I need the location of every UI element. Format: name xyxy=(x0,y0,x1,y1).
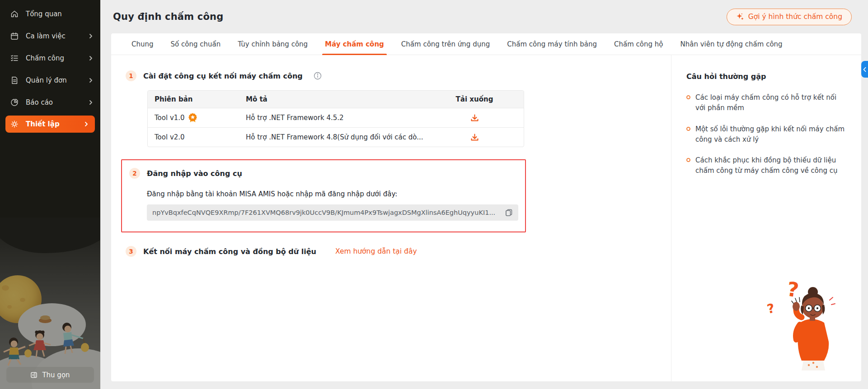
collapse-panel-tab[interactable] xyxy=(861,61,868,78)
step-2: 2 Đăng nhập vào công cụ xyxy=(129,168,525,179)
machine-attendance-content: 1 Cài đặt công cụ kết nối máy chấm công … xyxy=(111,55,671,381)
gear-icon xyxy=(10,120,19,129)
download-tool-v1-button[interactable] xyxy=(469,113,480,123)
tool-description: Hỗ trợ .NET Framework 4.5.2 xyxy=(246,114,425,122)
collapse-icon xyxy=(30,371,38,379)
sidebar-item-label: Quản lý đơn xyxy=(26,76,67,84)
chevron-right-icon xyxy=(88,33,94,39)
tab-nhan-vien-tu-dong-cham-cong[interactable]: Nhân viên tự động chấm công xyxy=(671,33,791,55)
home-icon xyxy=(10,9,19,19)
chevron-right-icon xyxy=(88,77,94,83)
tab-bar: Chung Số công chuẩn Tùy chỉnh bảng công … xyxy=(111,33,861,55)
tab-cham-cong-may-tinh-bang[interactable]: Chấm công máy tính bảng xyxy=(498,33,605,55)
chevron-left-icon xyxy=(863,67,867,72)
sidebar-illustration xyxy=(0,218,100,389)
sidebar: Tổng quan Ca làm việc Chấm công xyxy=(0,0,100,389)
faq-item-common-errors[interactable]: Một số lỗi thường gặp khi kết nối máy ch… xyxy=(686,124,845,145)
view-guide-link[interactable]: Xem hướng dẫn tại đây xyxy=(335,247,417,255)
col-header-version: Phiên bản xyxy=(148,95,246,103)
table-header-row: Phiên bản Mô tả Tải xuống xyxy=(148,91,524,108)
tool-description: Hỗ trợ .NET Framework 4.8(Sử dụng đối vớ… xyxy=(246,133,425,141)
sidebar-item-tong-quan[interactable]: Tổng quan xyxy=(0,3,100,25)
faq-panel: Câu hỏi thường gặp Các loại máy chấm côn… xyxy=(671,55,861,381)
sidebar-nav: Tổng quan Ca làm việc Chấm công xyxy=(0,0,100,133)
sidebar-item-label: Chấm công xyxy=(26,54,64,62)
svg-text:?: ? xyxy=(786,277,800,301)
login-code-field[interactable]: npYvBqxfeCqNVQE9XRmp/7F261XVMQ68rv9jk0Uc… xyxy=(147,204,518,221)
pie-chart-icon xyxy=(10,98,19,107)
sidebar-item-label: Báo cáo xyxy=(26,98,53,107)
recommended-badge-icon xyxy=(188,113,197,123)
sparkles-icon xyxy=(736,13,744,21)
sidebar-item-thiet-lap[interactable]: Thiết lập xyxy=(5,116,95,133)
login-description: Đăng nhập bằng tài khoản MISA AMIS hoặc … xyxy=(147,190,525,198)
step-number-badge: 1 xyxy=(126,70,136,81)
chevron-right-icon xyxy=(88,99,94,106)
faq-item-text: Các loại máy chấm công có hỗ trợ kết nối… xyxy=(695,93,845,114)
app-window: Tổng quan Ca làm việc Chấm công xyxy=(0,0,868,389)
main-area: Quy định chấm công Gợi ý hình thức chấm … xyxy=(100,0,868,389)
chevron-right-icon xyxy=(83,121,89,127)
tool-versions-table: Phiên bản Mô tả Tải xuống Tool v1.0 xyxy=(147,90,524,147)
info-icon[interactable] xyxy=(313,71,322,80)
copy-code-button[interactable] xyxy=(505,208,513,217)
page-header: Quy định chấm công Gợi ý hình thức chấm … xyxy=(100,0,868,33)
sidebar-item-label: Tổng quan xyxy=(26,10,62,18)
tab-cham-cong-tren-ung-dung[interactable]: Chấm công trên ứng dụng xyxy=(393,33,498,55)
faq-bullet-icon xyxy=(686,158,690,162)
faq-item-supported-machines[interactable]: Các loại máy chấm công có hỗ trợ kết nối… xyxy=(686,93,845,114)
download-icon xyxy=(470,114,479,122)
faq-item-text: Một số lỗi thường gặp khi kết nối máy ch… xyxy=(695,124,845,145)
step-2-highlight-box: 2 Đăng nhập vào công cụ Đăng nhập bằng t… xyxy=(121,159,526,232)
tab-chung[interactable]: Chung xyxy=(123,33,162,55)
step-2-title: Đăng nhập vào công cụ xyxy=(147,169,242,178)
faq-bullet-icon xyxy=(686,95,690,99)
content-card: Chung Số công chuẩn Tùy chỉnh bảng công … xyxy=(111,33,861,381)
step-number-badge: 2 xyxy=(129,168,140,179)
step-1: 1 Cài đặt công cụ kết nối máy chấm công xyxy=(126,70,671,81)
sidebar-item-label: Thiết lập xyxy=(26,120,60,128)
tool-version: Tool v2.0 xyxy=(155,133,185,141)
step-3: 3 Kết nối máy chấm công và đồng bộ dữ li… xyxy=(126,246,671,257)
illustration-dim-overlay xyxy=(0,218,100,389)
tab-tuy-chinh-bang-cong[interactable]: Tùy chỉnh bảng công xyxy=(229,33,316,55)
tool-version: Tool v1.0 xyxy=(155,114,185,122)
faq-item-text: Cách khắc phục khi đồng bộ thiếu dữ liệu… xyxy=(695,155,845,176)
sidebar-item-quan-ly-don[interactable]: Quản lý đơn xyxy=(0,69,100,91)
faq-title: Câu hỏi thường gặp xyxy=(686,72,845,81)
suggest-button-label: Gợi ý hình thức chấm công xyxy=(748,13,842,21)
collapse-sidebar-button[interactable]: Thu gọn xyxy=(6,367,94,383)
document-icon xyxy=(10,76,19,85)
tab-cham-cong-ho[interactable]: Chấm công hộ xyxy=(605,33,671,55)
table-row: Tool v2.0 Hỗ trợ .NET Framework 4.8(Sử d… xyxy=(148,127,524,147)
chevron-right-icon xyxy=(88,55,94,61)
faq-bullet-icon xyxy=(686,127,690,131)
svg-text:?: ? xyxy=(766,301,776,317)
sidebar-item-label: Ca làm việc xyxy=(26,32,66,40)
suggest-attendance-method-button[interactable]: Gợi ý hình thức chấm công xyxy=(727,9,852,25)
step-1-title: Cài đặt công cụ kết nối máy chấm công xyxy=(143,72,303,80)
col-header-download: Tải xuống xyxy=(425,95,524,103)
checklist-icon xyxy=(10,54,19,63)
sidebar-item-bao-cao[interactable]: Báo cáo xyxy=(0,91,100,113)
faq-item-missing-data-fix[interactable]: Cách khắc phục khi đồng bộ thiếu dữ liệu… xyxy=(686,155,845,176)
tab-may-cham-cong[interactable]: Máy chấm công xyxy=(316,33,393,55)
page-title: Quy định chấm công xyxy=(113,11,223,22)
table-row: Tool v1.0 Hỗ trợ .NET Framework 4.5.2 xyxy=(148,108,524,127)
card-body: 1 Cài đặt công cụ kết nối máy chấm công … xyxy=(111,55,861,381)
login-code-value: npYvBqxfeCqNVQE9XRmp/7F261XVMQ68rv9jk0Uc… xyxy=(152,209,500,216)
col-header-description: Mô tả xyxy=(246,95,425,103)
sidebar-item-cham-cong[interactable]: Chấm công xyxy=(0,47,100,69)
calendar-icon xyxy=(10,32,19,41)
copy-icon xyxy=(505,208,513,217)
step-3-title: Kết nối máy chấm công và đồng bộ dữ liệu xyxy=(143,247,316,256)
tab-so-cong-chuan[interactable]: Số công chuẩn xyxy=(162,33,230,55)
collapse-label: Thu gọn xyxy=(42,371,70,379)
support-woman-illustration: ? ? xyxy=(728,274,846,373)
download-icon xyxy=(470,133,479,142)
step-number-badge: 3 xyxy=(126,246,136,257)
sidebar-item-ca-lam-viec[interactable]: Ca làm việc xyxy=(0,25,100,47)
download-tool-v2-button[interactable] xyxy=(469,132,480,143)
